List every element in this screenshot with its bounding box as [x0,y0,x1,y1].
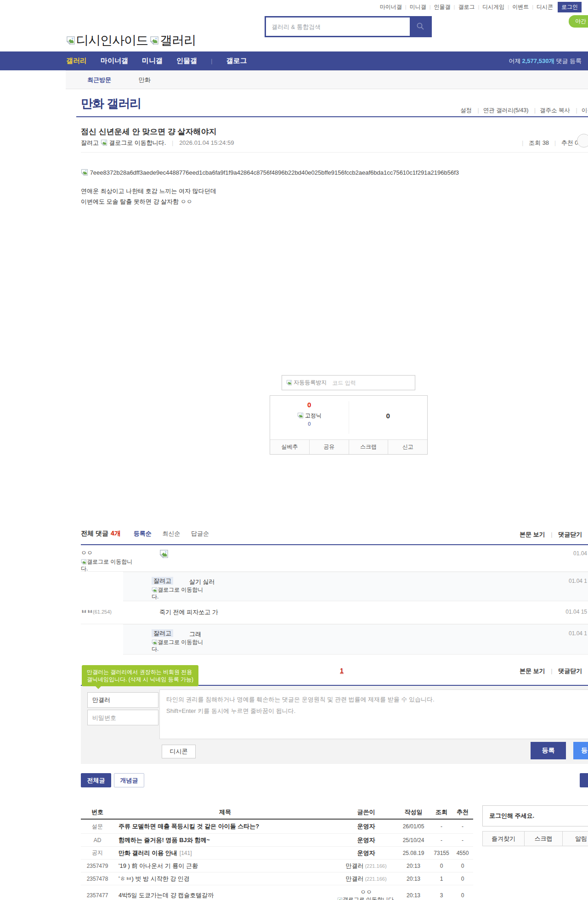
usage-guide-link[interactable]: 이용안내 [572,107,588,114]
post-writer[interactable]: 운영자 [336,822,396,831]
comment-author-gallog[interactable]: 갤로그로 이동합니다. [152,587,206,600]
copy-gallery-url-link[interactable]: 갤주소 복사 [530,107,570,114]
sort-by-registered[interactable]: 등록순 [134,530,152,537]
comment-author-name[interactable]: 잘려고 [152,577,173,585]
recent-visit-label[interactable]: 최근방문 [87,76,111,83]
comment-form: 타인의 권리를 침해하거나 명예를 훼손하는 댓글은 운영원칙 및 관련 법률에… [81,685,588,764]
comment-author: 잘려고 갤로그로 이동합니다. [152,629,211,653]
post-writer[interactable]: ㅇㅇ [336,888,396,896]
gallery-header-links: 설정 연관 갤러리(5/43) 갤주소 복사 이용안내 [460,107,588,114]
topbar-link-dcgame[interactable]: 디시게임 [482,3,504,11]
gallery-title[interactable]: 만화 갤러리 [81,96,141,112]
comment-row: ㅇㅇ 갤로그로 이동합니다. 01.04 [81,545,588,572]
comment-submit-button[interactable]: 등록 [531,742,566,759]
col-header-writer: 글쓴이 [336,808,396,816]
sort-by-newest[interactable]: 최신순 [162,530,180,537]
table-row: 2357478 'ㅎㅂ) 벗 방 시작한 강 인경 만갤러(221.166) 2… [81,872,473,885]
comment-author-name[interactable]: ㅂㅂ [81,608,93,615]
post-writer-ip: (221.166) [365,876,386,882]
search-input[interactable] [266,17,410,36]
post-writer[interactable]: 운영자 [336,836,396,844]
table-row: 설문 주류 모델하면 매출 폭등시킬 것 같은 아이돌 스타는? 운영자 26/… [81,820,473,834]
comment-author-gallog[interactable]: 갤로그로 이동합니다. [152,639,206,653]
more-options-button[interactable] [577,134,588,148]
divider: | [522,139,523,146]
view-post-link[interactable]: 본문 보기 [520,531,545,538]
login-button[interactable]: 로그인 [558,2,582,12]
nickname-input[interactable] [87,692,158,708]
topbar-link-mini-gallery[interactable]: 미니갤 [410,3,426,11]
post-number: 2357477 [81,892,114,899]
topbar-link-person-gallery[interactable]: 인물갤 [434,3,451,11]
site-logo[interactable]: 디시인사이드 갤러리 [66,32,196,49]
comment-textarea[interactable]: 타인의 권리를 침해하거나 명예를 훼손하는 댓글은 운영원칙 및 관련 법률에… [159,689,588,739]
close-comments-link[interactable]: 댓글닫기 [558,667,582,674]
comment-content-image [159,549,169,558]
recommend-down-count[interactable]: 0 [349,396,428,439]
post-title-link[interactable]: 만화 갤러리 이용 안내 [119,849,177,856]
comment-date: 01.04 [573,550,587,557]
post-title-link[interactable]: 주류 모델하면 매출 폭등시킬 것 같은 아이돌 스타는? [119,823,259,830]
tab-all-posts[interactable]: 전체글 [81,773,111,787]
logo-alt-text-gallery: 갤러리 [160,32,196,49]
comment-submit-button-secondary[interactable]: 등록 [573,742,588,759]
nav-item-minor-gallery[interactable]: 마이너갤 [101,57,128,65]
post-writer-gallog[interactable]: 갤로그로 이동합니다. [336,896,396,900]
comments-total-count: 4개 [111,530,121,538]
page-number-1[interactable]: 1 [340,667,344,674]
nav-item-gallog[interactable]: 갤로그 [226,57,247,65]
scrap-button[interactable]: 스크랩 [349,440,388,454]
post-title-link[interactable]: '19 ) 前 아나운서 기 룡이 근황 [119,862,198,869]
gallery-settings-link[interactable]: 설정 [460,107,472,114]
favorite-button[interactable]: 즐겨찾기 [482,831,525,846]
topbar-link-dccon[interactable]: 디시콘 [537,3,553,11]
breadcrumb-current-gallery[interactable]: 만화 [139,76,151,83]
post-writer[interactable]: 만갤러 [345,875,363,882]
stats-suffix: 댓글 등록 [556,57,582,64]
comment-reply-row: 잘려고 갤로그로 이동합니다. 그래 01.04 1 [123,624,588,655]
page: 마이너갤| 미니갤| 인물갤| 갤로그| 디시게임| 이벤트| 디시콘 로그인 … [0,0,588,900]
comment-author-gallog[interactable]: 갤로그로 이동합니다. [81,558,135,572]
search-button[interactable] [410,17,430,36]
recommend-up-count[interactable]: 0 [270,401,349,409]
post-title-link[interactable]: 함께하는 즐거움! 명품 BJ와 함께~ [119,837,210,843]
sort-by-reply[interactable]: 답글순 [191,530,209,537]
comment-author-name[interactable]: 잘려고 [152,629,173,637]
password-input[interactable] [87,710,158,725]
dccon-button[interactable]: 디시콘 [162,745,196,758]
tab-concept-posts[interactable]: 개념글 [114,773,144,787]
related-galleries-link[interactable]: 연관 갤러리(5/43) [473,107,528,114]
main-navbar: 갤러리 마이너갤 미니갤 인물갤 | 갤로그 어제2,577,530개댓글 등록 [0,51,588,70]
tooltip-line: 갤닉네임입니다. (삭제 시 닉네임 등록 가능) [87,676,193,683]
write-post-button[interactable] [580,773,588,787]
scrap-button[interactable]: 스크랩 [524,831,563,846]
topbar-link-minor-gallery[interactable]: 마이너갤 [380,3,402,11]
comment-author-name[interactable]: ㅇㅇ [81,549,93,556]
notification-button[interactable]: 알림 [562,831,588,846]
post-writer[interactable]: 만갤러 [345,862,363,869]
topbar-link-event[interactable]: 이벤트 [512,3,529,11]
nav-item-gallery[interactable]: 갤러리 [66,57,87,65]
divider: | [405,4,407,10]
post-writer[interactable]: 운영자 [336,849,396,857]
silbechu-button[interactable]: 실베추 [270,440,309,454]
post-recommends: 0 [452,892,473,899]
nav-item-mini-gallery[interactable]: 미니갤 [142,57,163,65]
nav-item-person-gallery[interactable]: 인물갤 [176,57,197,65]
captcha-input[interactable] [327,376,415,390]
comment-content: 그래 [189,630,201,638]
share-button[interactable]: 공유 [309,440,349,454]
view-post-link[interactable]: 본문 보기 [520,667,545,674]
post-title-link[interactable]: 4박5일 도쿄가는데 걍 캡슐호텔갈까 [119,892,214,899]
topbar-link-gallog[interactable]: 갤로그 [458,3,475,11]
comment-content: 살기 싫러 [189,578,215,586]
report-button[interactable]: 신고 [388,440,427,454]
comment-content: 죽기 전에 피자쏘고 가 [159,608,218,616]
post-date: 25.08.19 [396,850,431,856]
close-comments-link[interactable]: 댓글닫기 [558,531,582,538]
comments-header-links: 본문 보기 | 댓글닫기 | [520,530,588,539]
post-title-link[interactable]: 'ㅎㅂ) 벗 방 시작한 강 인경 [119,875,190,882]
post-author[interactable]: 잘려고 [81,139,99,146]
post-number: 2357479 [81,863,114,869]
gallog-link-alt-text[interactable]: 갤로그로 이동합니다. [109,139,166,146]
